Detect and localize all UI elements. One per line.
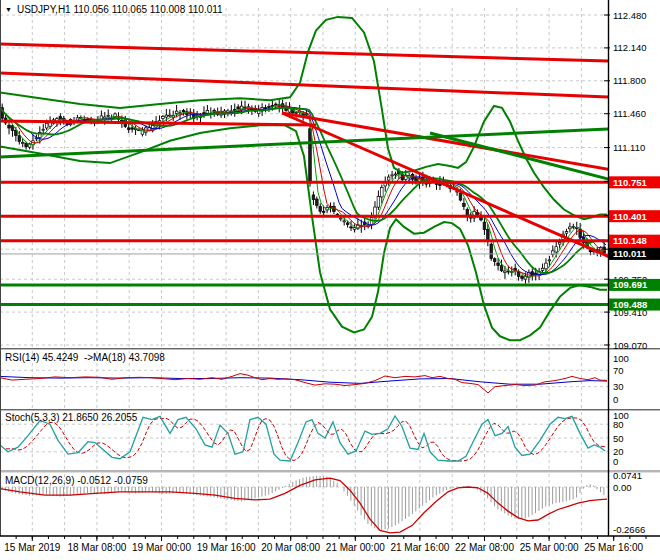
candle-body bbox=[100, 116, 103, 119]
candle-body bbox=[312, 195, 315, 200]
symbol-ohlc-text: USDJPY,H1 110.056 110.065 110.008 110.01… bbox=[17, 4, 223, 15]
candle-body bbox=[459, 193, 462, 200]
price-tick-label: 112.140 bbox=[613, 42, 647, 53]
chart-window: 112.480112.140111.800111.460111.110109.7… bbox=[0, 0, 660, 560]
candle-body bbox=[264, 108, 267, 109]
candle-body bbox=[309, 129, 312, 183]
rsi-ma-line bbox=[0, 376, 607, 384]
rsi-scale-label: 30 bbox=[613, 381, 624, 392]
macd-indicator-label: MACD(12,26,9) -0.0512 -0.0759 bbox=[5, 475, 148, 486]
candle-body bbox=[18, 136, 21, 142]
trend-line[interactable] bbox=[430, 133, 612, 180]
trend-line[interactable] bbox=[282, 113, 612, 258]
candle-body bbox=[493, 259, 496, 262]
candle-body bbox=[490, 244, 493, 258]
candle-body bbox=[237, 107, 240, 109]
bb-lower-line bbox=[0, 125, 607, 340]
candle-body bbox=[517, 272, 520, 277]
candle-body bbox=[381, 187, 384, 196]
time-axis: 15 Mar 201918 Mar 08:0019 Mar 00:0019 Ma… bbox=[0, 538, 660, 560]
price-tick-label: 112.480 bbox=[613, 10, 647, 21]
candle-body bbox=[565, 232, 568, 234]
current-price-chip-label: 110.011 bbox=[613, 248, 647, 259]
macd-signal-line bbox=[0, 478, 607, 533]
price-tick-label: 111.460 bbox=[613, 108, 646, 119]
price-tick-label: 111.800 bbox=[613, 75, 646, 86]
candle-body bbox=[555, 247, 558, 252]
stoch-scale-label: 0 bbox=[613, 456, 618, 467]
stoch-indicator-label: Stoch(5,3,3) 21.8650 26.2055 bbox=[5, 412, 137, 423]
time-label: 25 Mar 16:00 bbox=[571, 542, 657, 553]
candle-body bbox=[569, 227, 572, 229]
candle-body bbox=[483, 222, 486, 229]
candle-body bbox=[504, 271, 507, 272]
candle-body bbox=[127, 128, 130, 130]
candle-body bbox=[394, 174, 397, 175]
candle-body bbox=[316, 199, 319, 205]
candle-body bbox=[387, 177, 390, 180]
rsi-scale-label: 0 bbox=[613, 394, 618, 405]
candle-body bbox=[268, 107, 271, 108]
candle-body bbox=[107, 115, 110, 116]
candle-body bbox=[21, 143, 24, 144]
candle-body bbox=[558, 242, 561, 244]
candle-body bbox=[521, 276, 524, 278]
candle-body bbox=[339, 218, 342, 219]
candle-body bbox=[275, 104, 278, 105]
candle-body bbox=[487, 229, 490, 240]
candle-body bbox=[165, 115, 168, 117]
symbol-dropdown-icon[interactable]: ▼ bbox=[5, 6, 12, 13]
macd-scale-label: 0.00 bbox=[613, 482, 632, 493]
candle-body bbox=[206, 111, 209, 114]
price-tick-label: 109.070 bbox=[613, 340, 647, 351]
support-price-chip-label: 109.691 bbox=[613, 279, 648, 290]
resistance-price-chip-label: 110.751 bbox=[613, 177, 648, 188]
stoch-scale-label: 50 bbox=[613, 433, 624, 444]
main-pane bbox=[0, 17, 612, 340]
candle-body bbox=[8, 125, 11, 128]
candle-body bbox=[463, 204, 466, 207]
resistance-price-chip-label: 110.148 bbox=[613, 235, 647, 246]
price-axis: 112.480112.140111.800111.460111.110109.7… bbox=[604, 10, 660, 536]
candle-body bbox=[497, 263, 500, 265]
macd-scale-label: -0.2666 bbox=[613, 524, 645, 535]
candle-body bbox=[322, 211, 325, 212]
candle-body bbox=[545, 263, 548, 269]
candle-body bbox=[391, 175, 394, 176]
candlesticks bbox=[1, 100, 606, 284]
candle-body bbox=[182, 110, 185, 111]
support-price-chip-label: 109.488 bbox=[613, 299, 647, 310]
candle-body bbox=[168, 115, 171, 116]
rsi-scale-label: 70 bbox=[613, 365, 624, 376]
stoch-scale-label: 80 bbox=[613, 419, 624, 430]
symbol-ohlc-header: ▼USDJPY,H1 110.056 110.065 110.008 110.0… bbox=[5, 4, 223, 15]
candle-body bbox=[572, 226, 575, 227]
candle-body bbox=[131, 128, 134, 129]
rsi-scale-label: 100 bbox=[613, 353, 629, 364]
resistance-price-chip-label: 110.401 bbox=[613, 211, 648, 222]
rsi-line bbox=[0, 374, 607, 393]
candle-body bbox=[353, 228, 356, 230]
candle-body bbox=[42, 129, 45, 130]
macd-scale-label: 0.0741 bbox=[613, 470, 642, 481]
candle-body bbox=[319, 206, 322, 211]
candle-body bbox=[175, 111, 178, 113]
candle-body bbox=[350, 227, 353, 228]
candle-body bbox=[377, 196, 380, 207]
candle-body bbox=[343, 221, 346, 222]
candle-body bbox=[541, 268, 544, 270]
candle-body bbox=[548, 260, 551, 261]
ma-fast-line bbox=[0, 105, 606, 278]
rsi-indicator-label: RSI(14) 45.4249 ->MA(18) 43.7098 bbox=[5, 352, 165, 363]
candle-body bbox=[25, 143, 28, 146]
price-tick-label: 111.110 bbox=[613, 142, 645, 153]
candle-body bbox=[295, 112, 298, 113]
candle-body bbox=[162, 117, 165, 119]
rsi-pane bbox=[0, 374, 607, 393]
candle-body bbox=[500, 266, 503, 271]
candle-body bbox=[346, 223, 349, 225]
candle-body bbox=[45, 123, 48, 128]
